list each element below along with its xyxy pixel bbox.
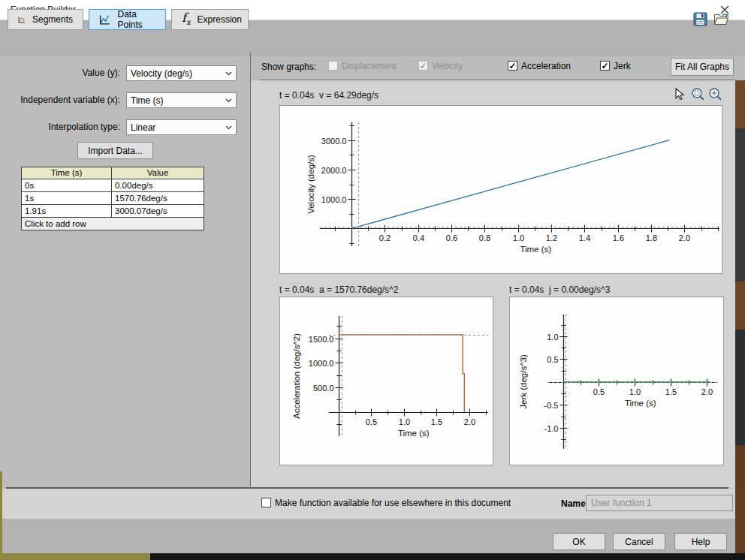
svg-text:0.5: 0.5	[593, 387, 605, 396]
tab-segments-label: Segments	[32, 14, 73, 25]
data-points-icon	[99, 14, 110, 26]
acceleration-chart: 0.51.01.52.0500.01000.01500.0Time (s)Acc…	[280, 297, 493, 465]
table-cell-time[interactable]: 1s	[22, 192, 112, 204]
svg-text:2000.0: 2000.0	[321, 166, 347, 175]
svg-text:-1.0: -1.0	[544, 424, 559, 433]
interpolation-type-selected: Linear	[131, 122, 155, 133]
velocity-chart-title: t = 0.04s v = 64.29deg/s	[279, 90, 379, 101]
svg-text:Time (s): Time (s)	[398, 429, 430, 438]
svg-text:Time (s): Time (s)	[520, 245, 551, 254]
tab-expression[interactable]: fx Expression	[171, 9, 249, 30]
background-app-bottom	[150, 553, 745, 560]
background-app-right	[735, 80, 745, 560]
table-cell-value[interactable]: 0.00deg/s	[112, 179, 204, 191]
svg-text:Acceleration (deg/s^2): Acceleration (deg/s^2)	[292, 333, 301, 419]
checkbox-acceleration[interactable]: ✓ Acceleration	[508, 60, 571, 71]
checkbox-icon: ✓	[418, 61, 428, 71]
velocity-chart-panel[interactable]: 0.20.40.60.81.01.21.41.61.82.01000.02000…	[279, 105, 722, 274]
jerk-chart-panel[interactable]: 0.51.01.52.0-1.0-0.50.51.0Time (s)Jerk (…	[509, 297, 724, 465]
checkbox-icon	[261, 498, 271, 507]
background-app-left	[0, 471, 2, 554]
velocity-chart: 0.20.40.60.81.01.21.41.61.82.01000.02000…	[280, 106, 722, 273]
svg-text:1.0: 1.0	[513, 233, 524, 242]
vertical-divider	[250, 53, 251, 486]
interpolation-type-label: Interpolation type:	[8, 119, 120, 135]
zoom-fit-tool-button[interactable]	[707, 86, 724, 103]
expression-fx-icon: fx	[182, 12, 191, 26]
show-graphs-label: Show graphs:	[261, 62, 316, 72]
value-y-selected: Velocity (deg/s)	[131, 68, 192, 79]
table-header-time: Time (s)	[22, 167, 112, 179]
table-cell-value[interactable]: 3000.07deg/s	[112, 205, 204, 217]
svg-text:1.5: 1.5	[665, 387, 677, 396]
arrow-pointer-icon	[674, 88, 686, 101]
svg-text:1000.0: 1000.0	[321, 195, 347, 204]
fit-all-graphs-button[interactable]: Fit All Graphs	[671, 58, 734, 76]
cancel-button[interactable]: Cancel	[613, 533, 665, 550]
svg-text:1.0: 1.0	[547, 333, 558, 342]
save-icon	[693, 12, 707, 26]
checkbox-displacement-label: Displacement	[342, 61, 397, 71]
value-y-select[interactable]: Velocity (deg/s)	[126, 65, 237, 81]
background-app-bottom-left	[0, 553, 150, 560]
svg-text:1.8: 1.8	[646, 233, 657, 242]
data-points-table: Time (s) Value 0s 0.00deg/s 1s 1570.76de…	[21, 167, 204, 230]
tab-expression-label: Expression	[198, 14, 242, 25]
svg-text:1000.0: 1000.0	[309, 359, 334, 368]
import-data-button[interactable]: Import Data...	[77, 142, 153, 159]
svg-text:0.5: 0.5	[547, 355, 558, 364]
function-builder-dialog: Function Builder Segments Data Points fx…	[0, 0, 745, 560]
add-row-button[interactable]: Click to add row	[22, 218, 204, 230]
svg-text:1500.0: 1500.0	[309, 335, 334, 344]
name-input	[586, 495, 733, 511]
interpolation-type-select[interactable]: Linear	[126, 119, 237, 135]
pointer-tool-button[interactable]	[671, 86, 688, 103]
checkbox-acceleration-label: Acceleration	[521, 61, 571, 71]
chevron-down-icon	[225, 125, 232, 130]
open-folder-icon	[713, 12, 729, 26]
table-cell-time[interactable]: 0s	[22, 179, 112, 191]
independent-variable-select[interactable]: Time (s)	[126, 92, 237, 108]
zoom-fit-icon	[708, 87, 722, 101]
checkbox-icon: ✓	[600, 61, 610, 71]
svg-text:2.0: 2.0	[464, 417, 475, 426]
svg-text:1.6: 1.6	[613, 233, 624, 242]
svg-text:-0.5: -0.5	[544, 401, 559, 410]
svg-text:0.6: 0.6	[446, 233, 457, 242]
help-button[interactable]: Help	[674, 533, 727, 550]
svg-text:2.0: 2.0	[679, 233, 690, 242]
make-available-checkbox[interactable]: Make function available for use elsewher…	[261, 497, 511, 508]
value-y-label: Value (y):	[8, 65, 120, 81]
checkbox-jerk[interactable]: ✓ Jerk	[600, 60, 631, 71]
checkbox-icon	[328, 61, 338, 71]
svg-text:Velocity (deg/s): Velocity (deg/s)	[306, 155, 315, 214]
tab-data-points-label: Data Points	[117, 9, 155, 30]
checkbox-displacement: Displacement	[328, 60, 397, 71]
graphs-separator	[259, 80, 735, 80]
chevron-down-icon	[225, 98, 232, 103]
svg-text:0.5: 0.5	[366, 417, 377, 426]
table-header-value: Value	[112, 167, 204, 179]
ok-button[interactable]: OK	[553, 533, 605, 550]
table-row: 0s 0.00deg/s	[22, 179, 204, 192]
svg-text:3000.0: 3000.0	[321, 137, 347, 146]
tab-data-points[interactable]: Data Points	[89, 9, 166, 30]
zoom-window-tool-button[interactable]	[689, 86, 707, 103]
independent-variable-selected: Time (s)	[131, 95, 164, 106]
svg-text:1.2: 1.2	[546, 233, 557, 242]
table-row: 1s 1570.76deg/s	[22, 192, 204, 205]
acceleration-chart-panel[interactable]: 0.51.01.52.0500.01000.01500.0Time (s)Acc…	[279, 297, 493, 465]
svg-text:Time (s): Time (s)	[625, 399, 656, 408]
table-cell-time[interactable]: 1.91s	[22, 205, 112, 217]
jerk-chart: 0.51.01.52.0-1.0-0.50.51.0Time (s)Jerk (…	[510, 297, 723, 465]
tab-segments[interactable]: Segments	[8, 9, 83, 30]
svg-text:0.2: 0.2	[379, 233, 391, 242]
save-function-button[interactable]	[692, 11, 709, 28]
svg-text:1.0: 1.0	[629, 387, 641, 396]
open-function-button[interactable]	[713, 11, 730, 28]
segments-icon	[18, 14, 26, 26]
independent-variable-label: Independent variable (x):	[8, 92, 120, 108]
table-cell-value[interactable]: 1570.76deg/s	[112, 192, 204, 204]
name-label: Name:	[561, 498, 589, 509]
svg-text:Jerk (deg/s^3): Jerk (deg/s^3)	[519, 354, 528, 409]
